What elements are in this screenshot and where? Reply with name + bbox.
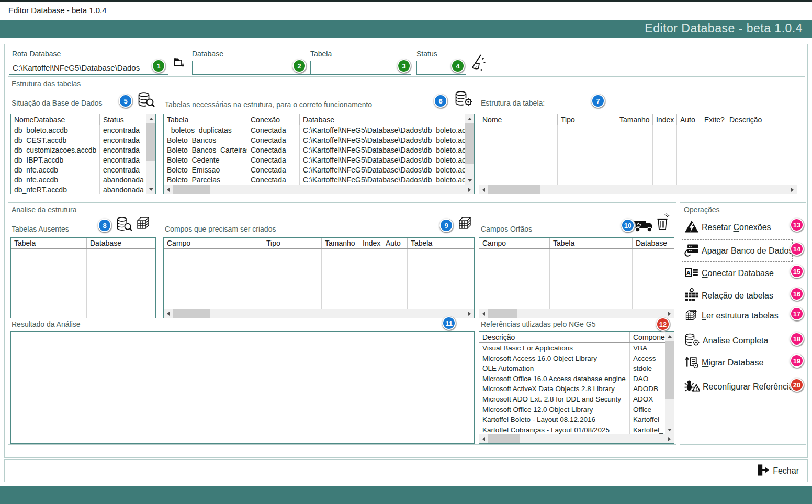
table-cell[interactable]: Microsoft Access 16.0 Object Library	[479, 353, 629, 364]
table-cell[interactable]: Conectada	[247, 145, 299, 155]
table-cell[interactable]: DAO	[630, 374, 665, 384]
column-header[interactable]: Campo	[479, 238, 550, 248]
table-cell[interactable]: stdole	[630, 363, 665, 374]
table-cell[interactable]: C:\Kartoffel\NFeG5\Database\Dados\db_bol…	[300, 125, 465, 135]
table-cell[interactable]: db_IBPT.accdb	[11, 155, 99, 165]
scroll-right-button[interactable]	[665, 309, 674, 318]
scroll-left-button[interactable]	[479, 309, 488, 318]
table-cell[interactable]: Kartoffel_	[630, 415, 665, 425]
table-cell[interactable]: Kartoffel_	[630, 425, 665, 434]
tabela-input[interactable]	[310, 61, 411, 75]
scroll-up-button[interactable]	[665, 332, 674, 341]
table-cell[interactable]: C:\Kartoffel\NFeG5\Database\Dados\db_bol…	[300, 155, 465, 165]
folder-browse-icon[interactable]	[173, 55, 186, 71]
conectar-database-button[interactable]: A Conectar Database	[684, 264, 802, 283]
database-search-icon[interactable]	[137, 91, 155, 111]
fechar-button[interactable]: Fechar	[756, 462, 799, 480]
scroll-down-button[interactable]	[665, 426, 674, 434]
column-header[interactable]: Tipo	[558, 114, 616, 125]
scrollbar-thumb[interactable]	[173, 185, 210, 194]
column-header[interactable]: Auto	[382, 238, 408, 248]
table-cell[interactable]: Kartoffel Boleto - Layout 08.12.2016	[479, 415, 629, 425]
table-cell[interactable]: db_nfeRT.accdb	[11, 185, 99, 194]
table-cell[interactable]: encontrada	[100, 135, 146, 145]
table-cell[interactable]: Conectada	[247, 155, 299, 165]
scrollbar-thumb[interactable]	[665, 341, 674, 399]
column-header[interactable]: Conexão	[247, 114, 300, 125]
column-header[interactable]: Descrição	[726, 114, 797, 125]
table-cell[interactable]: Boleto_Bancos	[164, 135, 247, 145]
column-header[interactable]: Tabela	[408, 238, 474, 248]
table-cell[interactable]: Conectada	[247, 135, 299, 145]
column-header[interactable]: Index	[359, 238, 382, 248]
cube-grid-icon[interactable]	[457, 214, 474, 233]
horizontal-scrollbar[interactable]	[164, 309, 474, 318]
vertical-scrollbar[interactable]	[665, 332, 674, 434]
recycle-truck-icon[interactable]	[633, 217, 654, 235]
table-cell[interactable]: Microsoft Office 16.0 Access database en…	[479, 374, 629, 384]
scroll-right-button[interactable]	[465, 185, 474, 194]
scrollbar-thumb[interactable]	[465, 123, 474, 164]
table-cell[interactable]: Boleto_Parcelas	[164, 175, 247, 185]
horizontal-scrollbar[interactable]	[479, 309, 674, 318]
situacao-base-dados-list[interactable]: NomeDatabaseStatusdb_boleto.accdbdb_CEST…	[10, 114, 156, 194]
table-cell[interactable]: db_customizacoes.accdb	[11, 145, 99, 155]
database-gear-icon[interactable]	[454, 90, 473, 110]
table-cell[interactable]: Boleto_Emissao	[164, 165, 247, 175]
table-cell[interactable]: Conectada	[247, 125, 299, 135]
analise-completa-button[interactable]: Analise Completa	[684, 331, 802, 350]
scroll-left-button[interactable]	[164, 185, 173, 194]
broom-clean-icon[interactable]	[469, 53, 488, 74]
column-header[interactable]: Database	[633, 238, 674, 248]
column-header[interactable]: Tipo	[263, 238, 322, 248]
table-cell[interactable]: db_nfe.accdb	[11, 165, 99, 175]
scroll-down-button[interactable]	[465, 176, 474, 185]
tabelas-necessarias-list[interactable]: TabelaConexãoDatabase_boletos_duplicatas…	[163, 114, 475, 194]
scrollbar-thumb[interactable]	[146, 123, 155, 161]
scrollbar-thumb[interactable]	[488, 309, 517, 318]
table-cell[interactable]: Office	[630, 405, 665, 415]
horizontal-scrollbar[interactable]	[164, 185, 474, 194]
column-header[interactable]: Tamanho	[322, 238, 359, 248]
column-header[interactable]: Nome	[479, 114, 558, 125]
scroll-right-button[interactable]	[665, 434, 674, 443]
table-cell[interactable]: encontrada	[100, 155, 146, 165]
scrollbar-thumb[interactable]	[488, 185, 540, 194]
table-cell[interactable]: OLE Automation	[479, 363, 629, 374]
scroll-left-button[interactable]	[479, 434, 488, 443]
tabelas-ausentes-list[interactable]: TabelaDatabase	[10, 237, 156, 318]
column-header[interactable]: Tabela	[11, 238, 87, 248]
table-cell[interactable]: db_CEST.accdb	[11, 135, 99, 145]
resetar-conexoes-button[interactable]: Resetar Conexões	[684, 218, 802, 237]
vertical-scrollbar[interactable]	[146, 114, 155, 194]
table-cell[interactable]: Visual Basic For Applications	[479, 343, 629, 353]
column-header[interactable]: Tamanho	[616, 114, 653, 125]
table-cell[interactable]: encontrada	[100, 125, 146, 135]
scrollbar-thumb[interactable]	[488, 434, 520, 443]
column-header[interactable]: Database	[87, 238, 155, 248]
table-cell[interactable]: Conectada	[247, 175, 299, 185]
resultado-analise-box[interactable]	[10, 331, 475, 444]
scroll-down-button[interactable]	[146, 185, 155, 194]
table-cell[interactable]: Microsoft ADO Ext. 2.8 for DDL and Secur…	[479, 394, 629, 405]
referencias-list[interactable]: DescriçãoComponenteVisual Basic For Appl…	[479, 331, 674, 444]
estrutura-tabela-list[interactable]: NomeTipoTamanhoIndexAutoExite?Descrição	[479, 114, 797, 194]
table-cell[interactable]: C:\Kartoffel\NFeG5\Database\Dados\db_bol…	[300, 135, 465, 145]
cube-grid-icon[interactable]	[136, 214, 152, 233]
scroll-up-button[interactable]	[146, 114, 155, 123]
table-cell[interactable]: _boletos_duplicatas	[164, 125, 247, 135]
column-header[interactable]: Status	[100, 114, 146, 125]
table-cell[interactable]: VBA	[630, 343, 665, 353]
scrollbar-thumb[interactable]	[173, 309, 210, 318]
table-cell[interactable]: encontrada	[100, 165, 146, 175]
table-cell[interactable]: C:\Kartoffel\NFeG5\Database\Dados\db_bol…	[300, 165, 465, 175]
column-header[interactable]: Tabela	[164, 114, 247, 125]
table-cell[interactable]: db_nfe.accdb_	[11, 175, 99, 185]
table-cell[interactable]: Access	[630, 353, 665, 364]
column-header[interactable]: Database	[300, 114, 465, 125]
apagar-banco-dados-button[interactable]: Apagar Banco de Dados	[684, 242, 802, 260]
column-header[interactable]: Campo	[164, 238, 263, 248]
column-header[interactable]: Componente	[630, 332, 665, 342]
table-cell[interactable]: Boleto_Cedente	[164, 155, 247, 165]
scroll-left-button[interactable]	[164, 309, 173, 318]
